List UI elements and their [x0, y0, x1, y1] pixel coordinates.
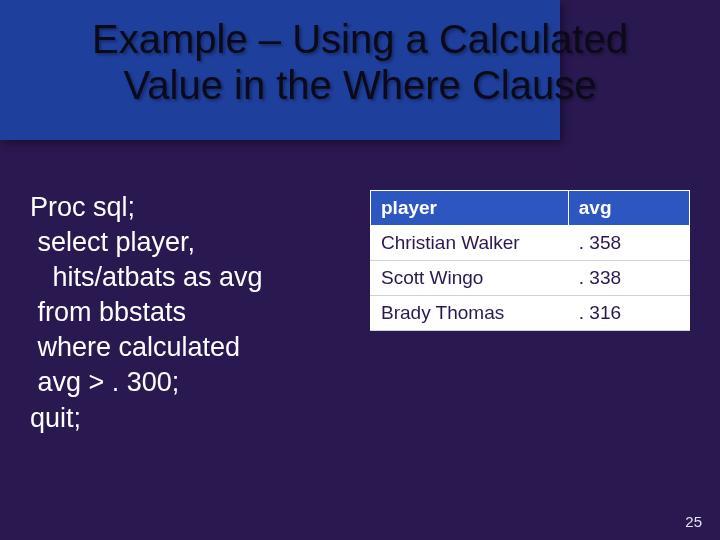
table-header-row: player avg: [371, 191, 690, 226]
header-avg: avg: [568, 191, 689, 226]
slide-title: Example – Using a Calculated Value in th…: [0, 16, 720, 108]
code-line: Proc sql;: [30, 192, 135, 222]
content-area: Proc sql; select player, hits/atbats as …: [30, 190, 690, 436]
code-block: Proc sql; select player, hits/atbats as …: [30, 190, 330, 436]
page-number: 25: [685, 513, 702, 530]
results-table-wrap: player avg Christian Walker . 358 Scott …: [370, 190, 690, 436]
code-line: select player,: [30, 227, 195, 257]
code-line: from bbstats: [30, 297, 186, 327]
header-player: player: [371, 191, 569, 226]
code-line: where calculated: [30, 332, 240, 362]
cell-player: Christian Walker: [371, 226, 569, 261]
table-row: Brady Thomas . 316: [371, 296, 690, 331]
cell-avg: . 358: [568, 226, 689, 261]
cell-avg: . 338: [568, 261, 689, 296]
code-line: quit;: [30, 403, 81, 433]
cell-player: Brady Thomas: [371, 296, 569, 331]
cell-avg: . 316: [568, 296, 689, 331]
table-row: Scott Wingo . 338: [371, 261, 690, 296]
results-table: player avg Christian Walker . 358 Scott …: [370, 190, 690, 331]
code-line: avg > . 300;: [30, 367, 179, 397]
code-line: hits/atbats as avg: [30, 262, 263, 292]
table-row: Christian Walker . 358: [371, 226, 690, 261]
cell-player: Scott Wingo: [371, 261, 569, 296]
